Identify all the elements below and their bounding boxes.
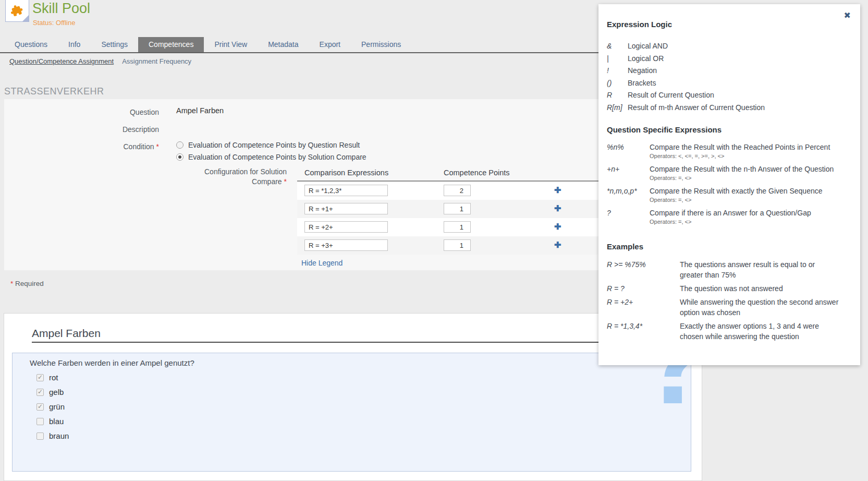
tab-questions[interactable]: Questions (4, 37, 58, 52)
checkbox-gelb[interactable] (36, 389, 44, 396)
app-puzzle-icon (5, 0, 29, 22)
expression-logic-list: & Logical AND | Logical OR ! Negation ()… (607, 40, 850, 114)
expression-input[interactable] (304, 185, 388, 196)
condition-label: Condition * (4, 142, 159, 151)
col-header-comparison-expressions: Comparison Expressions (304, 169, 388, 177)
legend-item: R >= %75% The questions answer result is… (607, 259, 850, 280)
skill-pool-page: Skill Pool Status: Offline Questions Inf… (0, 0, 868, 481)
hide-legend-link[interactable]: Hide Legend (301, 259, 343, 267)
description-label: Description (4, 125, 159, 134)
page-title: Skill Pool (32, 1, 90, 17)
option-label: grün (49, 402, 65, 411)
points-input[interactable] (444, 221, 471, 233)
tab-settings[interactable]: Settings (91, 37, 138, 52)
required-asterisk: * (10, 280, 13, 287)
checkbox-rot[interactable] (36, 374, 44, 381)
legend-item: R[m] Result of m-th Answer of Current Qu… (607, 102, 850, 114)
tab-permissions[interactable]: Permissions (351, 37, 411, 52)
expression-input[interactable] (304, 239, 388, 251)
radio-solution-compare[interactable] (176, 153, 184, 161)
checkbox-braun[interactable] (36, 432, 44, 440)
operators-note: Operators: =, <> (650, 174, 834, 182)
operators-note: Operators: =, <> (650, 196, 823, 204)
add-row-button[interactable]: ✚ (554, 240, 561, 250)
legend-heading-expression-logic: Expression Logic (607, 20, 850, 29)
close-icon[interactable]: ✖ (844, 10, 851, 20)
required-note: * Required (10, 280, 44, 287)
puzzle-icon (8, 2, 26, 20)
answer-option-gruen[interactable]: grün (36, 402, 65, 411)
points-input[interactable] (444, 239, 471, 251)
required-asterisk: * (156, 142, 159, 151)
condition-option-question-result[interactable]: Evaluation of Competence Points by Quest… (176, 141, 360, 149)
legend-item: R = *1,3,4* Exactly the answer options 1… (607, 321, 850, 342)
tab-bar: Questions Info Settings Competences Prin… (4, 37, 411, 52)
required-asterisk: * (284, 177, 287, 186)
tab-bar-underline (0, 52, 702, 53)
option-label: blau (49, 417, 64, 426)
competence-assignment-form: Question Ampel Farben Description Condit… (4, 99, 702, 270)
condition-option-solution-compare[interactable]: Evaluation of Competence Points by Solut… (176, 153, 366, 161)
tab-info[interactable]: Info (58, 37, 91, 52)
legend-panel: ✖ Expression Logic & Logical AND | Logic… (598, 4, 860, 365)
radio-label: Evaluation of Competence Points by Quest… (188, 141, 360, 149)
tab-competences[interactable]: Competences (138, 37, 204, 52)
section-title: STRASSENVERKEHR (4, 86, 104, 97)
answer-option-braun[interactable]: braun (36, 431, 69, 440)
add-row-button[interactable]: ✚ (554, 222, 561, 232)
legend-heading-examples: Examples (607, 242, 850, 251)
question-value: Ampel Farben (176, 106, 224, 115)
tab-metadata[interactable]: Metadata (258, 37, 309, 52)
subnav-assignment-frequency[interactable]: Assignment Frequency (122, 57, 191, 65)
tab-export[interactable]: Export (309, 37, 351, 52)
answer-option-rot[interactable]: rot (36, 373, 58, 382)
add-row-button[interactable]: ✚ (554, 203, 561, 213)
checkbox-gruen[interactable] (36, 403, 44, 411)
legend-item: +n+ Compare the Result with the n-th Ans… (607, 164, 850, 182)
operators-note: Operators: =, <> (650, 218, 811, 226)
legend-item: & Logical AND (607, 40, 850, 53)
sub-navigation: Question/Competence Assignment Assignmen… (9, 57, 191, 65)
legend-item: () Brackets (607, 77, 850, 90)
table-row: ✚ (297, 182, 604, 200)
legend-item: R = ? The question was not answered (607, 283, 850, 294)
status-badge: Status: Offline (33, 19, 75, 27)
legend-item: R = +2+ While answering the question the… (607, 297, 850, 318)
points-input[interactable] (444, 203, 471, 214)
preview-question-text: Welche Farben werden in einer Ampel genu… (30, 358, 194, 367)
subnav-question-competence-assignment[interactable]: Question/Competence Assignment (9, 57, 114, 65)
comparison-table-header: Comparison Expressions Competence Points (297, 161, 604, 182)
table-row: ✚ (297, 200, 604, 218)
legend-item: ! Negation (607, 65, 850, 77)
legend-item: R Result of Current Question (607, 89, 850, 102)
checkbox-blau[interactable] (36, 418, 44, 425)
legend-item: | Logical OR (607, 53, 850, 65)
legend-heading-question-specific: Question Specific Expressions (607, 125, 850, 134)
question-preview-box: Welche Farben werden in einer Ampel genu… (12, 353, 691, 472)
expression-input[interactable] (304, 203, 388, 214)
question-preview-card: Ampel Farben Welche Farben werden in ein… (4, 313, 702, 481)
expression-input[interactable] (304, 221, 388, 233)
answer-option-blau[interactable]: blau (36, 417, 64, 426)
points-input[interactable] (444, 185, 471, 196)
table-row: ✚ (297, 236, 604, 255)
legend-item: ? Compare if there is an Answer for a Qu… (607, 208, 850, 226)
answer-option-gelb[interactable]: gelb (36, 388, 64, 396)
radio-question-result[interactable] (176, 141, 184, 149)
question-label: Question (4, 108, 159, 116)
operators-note: Operators: <, <=, =, >=, >, <> (650, 152, 830, 160)
table-row: ✚ (297, 218, 604, 236)
option-label: rot (49, 373, 58, 382)
comparison-table: Comparison Expressions Competence Points… (297, 161, 604, 255)
option-label: braun (49, 431, 69, 440)
preview-title: Ampel Farben (32, 327, 675, 343)
legend-item: *n,m,o,p* Compare the Result with exactl… (607, 186, 850, 204)
option-label: gelb (49, 388, 64, 396)
configuration-label: Configuration for Solution Compare * (4, 167, 287, 187)
legend-item: %n% Compare the Result with the Reached … (607, 142, 850, 160)
tab-print-view[interactable]: Print View (204, 37, 258, 52)
radio-label: Evaluation of Competence Points by Solut… (188, 153, 366, 161)
col-header-competence-points: Competence Points (444, 169, 510, 177)
add-row-button[interactable]: ✚ (554, 185, 561, 195)
